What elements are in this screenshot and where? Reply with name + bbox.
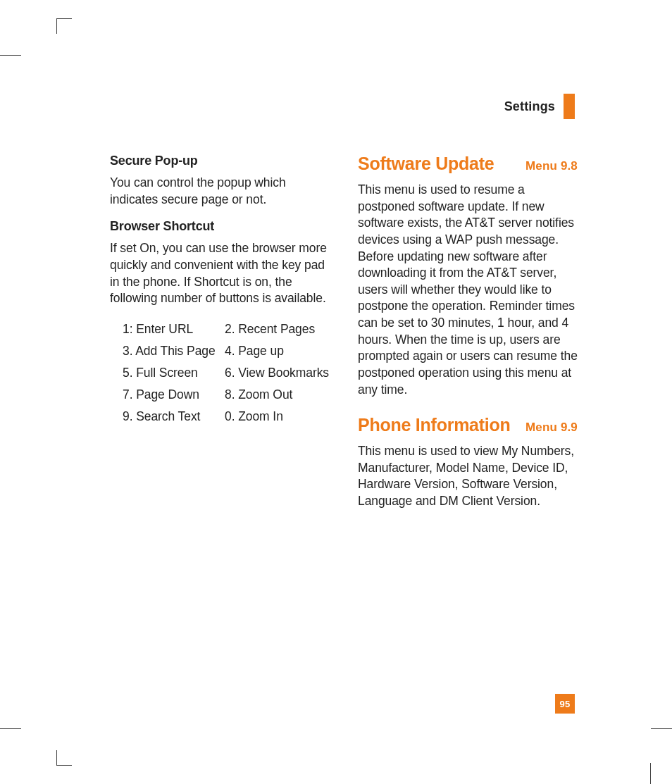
section-title: Phone Information bbox=[358, 415, 511, 435]
menu-reference: Menu 9.8 bbox=[525, 159, 578, 173]
shortcut-cell: 1: Enter URL bbox=[123, 318, 225, 340]
page-content: Secure Pop-up You can control the popup … bbox=[110, 154, 578, 521]
shortcut-cell: 5. Full Screen bbox=[123, 362, 225, 384]
chapter-title: Settings bbox=[504, 99, 555, 114]
shortcut-cell: 9. Search Text bbox=[123, 406, 225, 428]
left-column: Secure Pop-up You can control the popup … bbox=[110, 154, 330, 521]
page-number: 95 bbox=[555, 694, 575, 714]
shortcut-cell: 3. Add This Page bbox=[123, 340, 225, 362]
page-header: Settings bbox=[504, 94, 575, 119]
crop-mark bbox=[651, 728, 672, 729]
section-heading-row: Software Update Menu 9.8 bbox=[358, 154, 578, 174]
shortcut-cell: 4. Page up bbox=[225, 340, 330, 362]
crop-mark bbox=[56, 750, 72, 766]
section-software-update: Software Update Menu 9.8 This menu is us… bbox=[358, 154, 578, 398]
list-item: 1: Enter URL 2. Recent Pages bbox=[123, 318, 330, 340]
body-text: This menu is used to resume a postponed … bbox=[358, 182, 578, 398]
page-number-value: 95 bbox=[560, 699, 571, 709]
subheading-browser-shortcut: Browser Shortcut bbox=[110, 219, 330, 234]
list-item: 5. Full Screen 6. View Bookmarks bbox=[123, 362, 330, 384]
header-accent-block bbox=[564, 94, 575, 119]
shortcut-list: 1: Enter URL 2. Recent Pages 3. Add This… bbox=[110, 318, 330, 428]
body-text: You can control the popup which indicate… bbox=[110, 175, 330, 208]
crop-mark bbox=[0, 55, 21, 56]
crop-mark bbox=[0, 728, 21, 729]
shortcut-cell: 7. Page Down bbox=[123, 384, 225, 406]
crop-mark bbox=[56, 18, 72, 34]
menu-reference: Menu 9.9 bbox=[525, 421, 578, 435]
shortcut-cell: 8. Zoom Out bbox=[225, 384, 330, 406]
list-item: 9. Search Text 0. Zoom In bbox=[123, 406, 330, 428]
crop-mark bbox=[650, 763, 651, 784]
subheading-secure-popup: Secure Pop-up bbox=[110, 154, 330, 168]
section-phone-information: Phone Information Menu 9.9 This menu is … bbox=[358, 415, 578, 510]
shortcut-cell: 2. Recent Pages bbox=[225, 318, 330, 340]
list-item: 3. Add This Page 4. Page up bbox=[123, 340, 330, 362]
section-title: Software Update bbox=[358, 154, 494, 174]
list-item: 7. Page Down 8. Zoom Out bbox=[123, 384, 330, 406]
right-column: Software Update Menu 9.8 This menu is us… bbox=[358, 154, 578, 521]
body-text: This menu is used to view My Numbers, Ma… bbox=[358, 443, 578, 510]
body-text: If set On, you can use the browser more … bbox=[110, 240, 330, 307]
section-heading-row: Phone Information Menu 9.9 bbox=[358, 415, 578, 435]
shortcut-cell: 6. View Bookmarks bbox=[225, 362, 330, 384]
shortcut-cell: 0. Zoom In bbox=[225, 406, 330, 428]
